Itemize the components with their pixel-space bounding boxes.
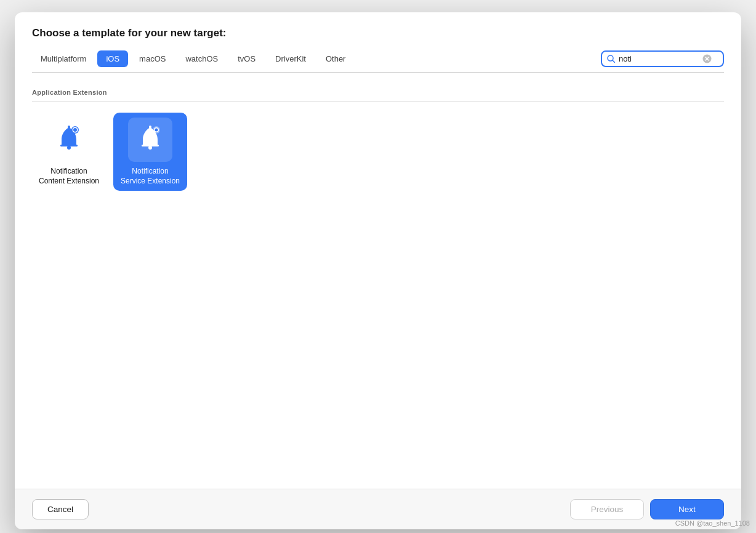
- dialog-footer: Cancel Previous Next: [15, 489, 741, 529]
- template-item-notification-content[interactable]: NotificationContent Extension: [32, 113, 106, 191]
- svg-rect-13: [149, 126, 151, 129]
- svg-point-6: [67, 146, 71, 150]
- tab-driverkit[interactable]: DriverKit: [267, 50, 315, 67]
- svg-point-16: [155, 129, 158, 132]
- template-item-notification-service[interactable]: NotificationService Extension: [113, 113, 187, 191]
- svg-rect-7: [68, 126, 70, 129]
- dialog-title: Choose a template for your new target:: [32, 27, 724, 39]
- search-icon: [607, 55, 615, 63]
- svg-point-12: [148, 146, 152, 150]
- tabs-and-search-row: Multiplatform iOS macOS watchOS tvOS Dri…: [32, 50, 724, 73]
- svg-line-1: [613, 60, 615, 63]
- content-area: Application Extension: [15, 82, 741, 489]
- tab-tvos[interactable]: tvOS: [229, 50, 264, 67]
- tab-multiplatform[interactable]: Multiplatform: [32, 50, 95, 67]
- notification-content-icon-wrap: [47, 118, 91, 162]
- dialog-header: Choose a template for your new target: M…: [15, 12, 741, 82]
- items-grid: NotificationContent Extension: [32, 106, 724, 197]
- nav-buttons: Previous Next: [570, 499, 724, 519]
- tab-other[interactable]: Other: [317, 50, 355, 67]
- svg-point-10: [73, 128, 77, 132]
- notification-service-icon-wrap: [128, 118, 172, 162]
- watermark: CSDN @tao_shen_1108: [675, 519, 750, 527]
- cancel-button[interactable]: Cancel: [32, 499, 89, 519]
- platform-tabs: Multiplatform iOS macOS watchOS tvOS Dri…: [32, 50, 354, 72]
- tab-ios[interactable]: iOS: [97, 50, 128, 67]
- search-input[interactable]: [619, 54, 699, 63]
- search-clear-button[interactable]: [702, 54, 712, 63]
- notification-service-label: NotificationService Extension: [121, 167, 180, 186]
- next-button[interactable]: Next: [650, 499, 724, 519]
- tab-watchos[interactable]: watchOS: [177, 50, 227, 67]
- previous-button[interactable]: Previous: [570, 499, 644, 519]
- search-box: [601, 50, 724, 67]
- section-label-app-extension: Application Extension: [32, 82, 724, 102]
- notification-content-label: NotificationContent Extension: [39, 167, 99, 186]
- tab-macos[interactable]: macOS: [131, 50, 174, 67]
- template-chooser-dialog: Choose a template for your new target: M…: [15, 12, 741, 529]
